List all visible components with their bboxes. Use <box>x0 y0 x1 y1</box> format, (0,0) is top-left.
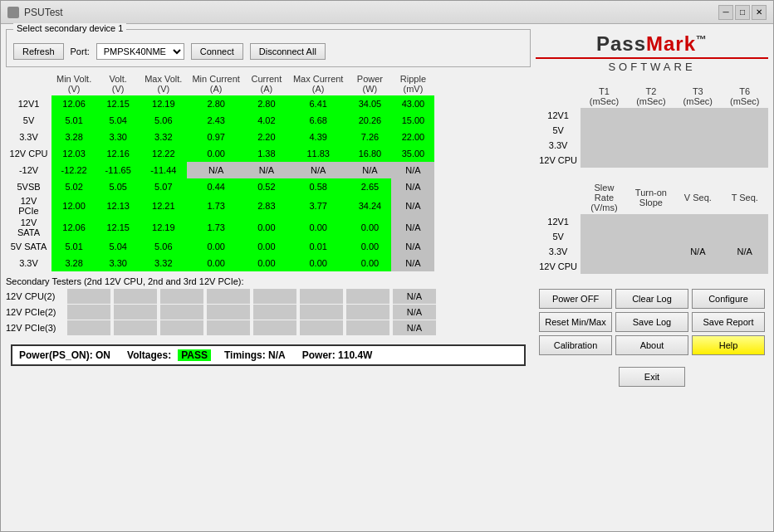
power-status: Power: 110.4W <box>302 349 373 361</box>
cell-0-7: 43.00 <box>391 95 434 112</box>
device-group-title: Select secondary device 1 <box>13 23 126 33</box>
cell-6-1: 12.13 <box>96 195 140 217</box>
cell-5-3: 0.44 <box>187 178 244 195</box>
row-label-3: 12V CPU <box>6 145 51 162</box>
port-select[interactable]: PMPSK40NME <box>96 43 184 60</box>
timing-table: T1(mSec) T2(mSec) T3(mSec) T6(mSec) 12V1… <box>536 85 768 168</box>
slew-cell-3-3 <box>722 259 768 274</box>
slew-cell-2-3: N/A <box>722 244 768 259</box>
maximize-button[interactable]: □ <box>735 5 750 20</box>
timing-cell-1-1 <box>628 123 674 138</box>
timing-cell-1-2 <box>674 123 721 138</box>
cell-2-6: 7.26 <box>348 129 391 145</box>
app-icon <box>7 7 19 18</box>
cell-3-2: 12.22 <box>140 145 187 162</box>
cell-9-4: 0.00 <box>245 255 288 271</box>
cell-7-6: 0.00 <box>348 217 391 238</box>
sec-cell-2-2 <box>160 320 203 335</box>
col-header-minvolt: Min Volt.(V) <box>51 72 96 95</box>
t6-header: T6(mSec) <box>722 85 768 108</box>
row-label-9: 3.3V <box>6 255 51 271</box>
cell-9-6: 0.00 <box>348 255 391 271</box>
timings-status: Timings: N/A <box>224 349 286 361</box>
slew-row-label-1: 5V <box>536 229 580 244</box>
slew-cell-1-3 <box>722 229 768 244</box>
col-header-power: Power(W) <box>348 72 391 95</box>
minimize-button[interactable]: ─ <box>718 5 733 20</box>
timing-cell-3-0 <box>580 153 627 168</box>
slew-cell-3-0 <box>580 259 627 274</box>
help-button[interactable]: Help <box>692 335 765 355</box>
sec-label-1: 12V PCIe(2) <box>6 307 64 317</box>
cell-8-7: N/A <box>391 238 434 255</box>
sec-cell-2-5 <box>300 320 343 335</box>
slew-row-label-3: 12V CPU <box>536 259 580 274</box>
slew-table: Slew Rate(V/ms) Turn-onSlope V Seq. T Se… <box>536 181 768 274</box>
sec-cell-2-3 <box>207 320 250 335</box>
about-button[interactable]: About <box>615 335 688 355</box>
cell-8-0: 5.01 <box>51 238 96 255</box>
cell-7-7: N/A <box>391 217 434 238</box>
cell-4-2: -11.44 <box>140 162 187 178</box>
timing-cell-2-1 <box>628 138 674 153</box>
logo-software: SOFTWARE <box>608 61 695 73</box>
reset-min-max-button[interactable]: Reset Min/Max <box>539 312 612 332</box>
timing-cell-0-2 <box>674 108 721 123</box>
timing-cell-2-3 <box>722 138 768 153</box>
sec-cell-0-4 <box>253 289 296 304</box>
clear-log-button[interactable]: Clear Log <box>615 289 688 309</box>
save-report-button[interactable]: Save Report <box>692 312 765 332</box>
timing-cell-3-2 <box>674 153 721 168</box>
cell-5-2: 5.07 <box>140 178 187 195</box>
cell-0-1: 12.15 <box>96 95 140 112</box>
cell-1-1: 5.04 <box>96 112 140 129</box>
row-label-0: 12V1 <box>6 95 51 112</box>
cell-3-1: 12.16 <box>96 145 140 162</box>
col-header-volt: Volt.(V) <box>96 72 140 95</box>
timing-cell-1-3 <box>722 123 768 138</box>
cell-6-7: N/A <box>391 195 434 217</box>
calibration-button[interactable]: Calibration <box>539 335 612 355</box>
save-log-button[interactable]: Save Log <box>615 312 688 332</box>
voltages-label: Voltages: <box>127 349 171 361</box>
timing-row-label-1: 5V <box>536 123 580 138</box>
slew-cell-1-2 <box>674 229 721 244</box>
cell-0-2: 12.19 <box>140 95 187 112</box>
disconnect-all-button[interactable]: Disconnect All <box>250 43 326 60</box>
sec-cell-0-0 <box>67 289 110 304</box>
sec-label-2: 12V PCIe(3) <box>6 323 64 333</box>
row-label-6: 12V PCIe <box>6 195 51 217</box>
t2-header: T2(mSec) <box>628 85 674 108</box>
exit-button[interactable]: Exit <box>619 367 685 387</box>
port-label: Port: <box>71 46 90 56</box>
cell-8-6: 0.00 <box>348 238 391 255</box>
buttons-area: Power OFF Clear Log Configure Reset Min/… <box>536 286 768 359</box>
configure-button[interactable]: Configure <box>692 289 765 309</box>
col-header-ripple: Ripple(mV) <box>391 72 434 95</box>
logo: PassMark™ <box>596 32 708 56</box>
cell-2-2: 3.32 <box>140 129 187 145</box>
slew-cell-1-1 <box>628 229 674 244</box>
cell-1-0: 5.01 <box>51 112 96 129</box>
power-off-button[interactable]: Power OFF <box>539 289 612 309</box>
timing-row-label-0: 12V1 <box>536 108 580 123</box>
sec-cell-1-1 <box>114 305 157 320</box>
cell-6-4: 2.83 <box>245 195 288 217</box>
timing-cell-3-3 <box>722 153 768 168</box>
logo-area: PassMark™ SOFTWARE <box>536 29 768 80</box>
cell-7-4: 0.00 <box>245 217 288 238</box>
cell-4-4: N/A <box>245 162 288 178</box>
status-bar: Power(PS_ON): ON Voltages: PASS Timings:… <box>11 344 526 366</box>
window-title: PSUTest <box>24 7 63 18</box>
refresh-button[interactable]: Refresh <box>13 43 64 60</box>
main-table-area: Min Volt.(V) Volt.(V) Max Volt.(V) Min C… <box>6 72 531 336</box>
close-button[interactable]: ✕ <box>752 5 767 20</box>
sec-cell-1-3 <box>207 305 250 320</box>
cell-4-6: N/A <box>348 162 391 178</box>
left-panel: Select secondary device 1 Refresh Port: … <box>6 29 531 526</box>
cell-5-5: 0.58 <box>288 178 349 195</box>
slew-cell-3-1 <box>628 259 674 274</box>
cell-2-4: 2.20 <box>245 129 288 145</box>
cell-3-0: 12.03 <box>51 145 96 162</box>
connect-button[interactable]: Connect <box>191 43 243 60</box>
